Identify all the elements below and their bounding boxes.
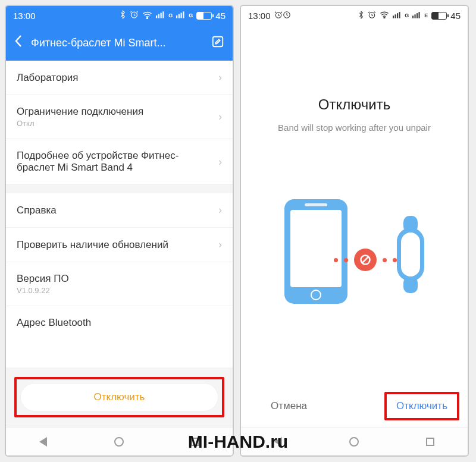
svg-rect-10 [213, 37, 223, 47]
row-label: Версия ПО [17, 273, 69, 285]
svg-rect-17 [397, 13, 398, 18]
row-help[interactable]: Справка › [6, 193, 233, 228]
highlight-box: Отключить [384, 392, 459, 420]
svg-rect-8 [181, 13, 182, 18]
settings-list: Лаборатория › Ограничение подключения От… [6, 61, 233, 367]
svg-rect-15 [393, 15, 394, 18]
unpair-title: Отключить [318, 96, 390, 113]
chevron-right-icon: › [218, 204, 222, 216]
row-subtitle: V1.0.9.22 [17, 286, 69, 295]
phone-left: 13:00 G G 45 Фитнес-бр [5, 5, 234, 457]
disconnect-button[interactable]: Отключить [20, 383, 218, 411]
svg-rect-16 [395, 14, 396, 18]
highlight-box: Отключить [14, 377, 224, 417]
nav-home-icon[interactable] [114, 437, 124, 447]
disconnect-slash-icon [354, 249, 377, 271]
svg-point-14 [384, 17, 385, 18]
svg-rect-3 [158, 14, 159, 18]
phone-right: 13:00 G E 45 [240, 5, 469, 457]
nav-recent-icon[interactable] [191, 438, 199, 446]
row-label: Проверить наличие обновлений [17, 239, 168, 251]
battery-percent: 45 [450, 11, 461, 21]
svg-rect-30 [401, 232, 420, 276]
clock-icon [283, 11, 291, 21]
svg-rect-9 [183, 11, 184, 18]
svg-rect-4 [161, 13, 162, 18]
back-icon[interactable] [14, 34, 23, 51]
row-laboratory[interactable]: Лаборатория › [6, 61, 233, 95]
chevron-right-icon: › [218, 238, 222, 251]
svg-rect-25 [305, 203, 327, 206]
status-bar: 13:00 G G 45 [6, 6, 233, 25]
signal-icon-2 [176, 11, 185, 20]
edit-icon[interactable] [211, 35, 224, 51]
svg-point-1 [147, 17, 148, 18]
signal-icon [156, 11, 165, 20]
row-connection-limit[interactable]: Ограничение подключения Откл › [6, 95, 233, 139]
network-type-label-2: E [424, 12, 428, 18]
unpair-actions: Отмена Отключить [241, 385, 468, 427]
alarm-icon-2 [368, 11, 376, 21]
disconnect-button-label: Отключить [94, 391, 145, 403]
chevron-right-icon: › [218, 71, 222, 84]
row-label: Справка [17, 205, 57, 216]
nav-recent-icon[interactable] [426, 438, 434, 446]
svg-rect-18 [399, 12, 400, 18]
unpair-illustration [265, 198, 444, 311]
alarm-icon [130, 10, 139, 21]
battery-percent: 45 [215, 11, 226, 21]
network-type-label: G [168, 12, 173, 18]
app-header: Фитнес-браслет Mi Smart... [6, 25, 233, 61]
chevron-right-icon: › [218, 111, 222, 123]
svg-rect-20 [415, 14, 416, 18]
alarm-icon [274, 11, 283, 21]
cancel-button[interactable]: Отмена [271, 400, 307, 412]
signal-icon-2 [412, 11, 421, 20]
svg-rect-2 [156, 15, 157, 18]
row-firmware-version: Версия ПО V1.0.9.22 [6, 262, 233, 306]
row-check-updates[interactable]: Проверить наличие обновлений › [6, 228, 233, 262]
row-label: Подробнее об устройстве Фитнес-браслет M… [17, 150, 195, 174]
svg-rect-19 [412, 15, 414, 18]
bluetooth-icon [120, 10, 126, 21]
svg-rect-5 [163, 11, 164, 18]
footer-disconnect-area: Отключить [6, 367, 233, 427]
page-title: Фитнес-браслет Mi Smart... [31, 37, 203, 49]
signal-icon [393, 11, 401, 20]
wifi-icon [142, 11, 152, 21]
battery-icon [196, 12, 212, 20]
chevron-right-icon: › [218, 156, 222, 168]
row-about-device[interactable]: Подробнее об устройстве Фитнес-браслет M… [6, 139, 233, 185]
nav-home-icon[interactable] [349, 437, 359, 447]
wifi-icon [380, 11, 389, 20]
unpair-subtitle: Band will stop working after you unpair [278, 122, 431, 133]
android-navbar [6, 427, 233, 455]
row-label: Ограничение подключения [17, 106, 143, 118]
status-bar: 13:00 G E 45 [241, 6, 468, 25]
disconnect-dots [334, 249, 397, 271]
android-navbar [241, 427, 468, 455]
row-label: Адрес Bluetooth [17, 317, 91, 329]
section-divider [6, 185, 233, 193]
confirm-disconnect-button[interactable]: Отключить [396, 400, 447, 411]
status-time: 13:00 [248, 11, 271, 21]
row-label: Лаборатория [17, 72, 79, 84]
nav-back-icon[interactable] [39, 437, 47, 447]
svg-rect-7 [178, 14, 180, 18]
network-type-label: G [405, 12, 409, 18]
row-bluetooth-address: Адрес Bluetooth [6, 306, 233, 332]
unpair-dialog-body: Отключить Band will stop working after y… [241, 25, 468, 385]
network-type-label-2: G [189, 12, 193, 18]
band-illustration-icon [395, 216, 426, 293]
svg-rect-21 [416, 13, 418, 18]
row-subtitle: Откл [17, 119, 143, 128]
battery-icon [431, 12, 447, 20]
status-time: 13:00 [13, 11, 36, 21]
svg-rect-6 [176, 15, 177, 18]
nav-back-icon[interactable] [274, 437, 282, 447]
svg-rect-22 [419, 12, 420, 18]
bluetooth-icon [358, 11, 364, 21]
